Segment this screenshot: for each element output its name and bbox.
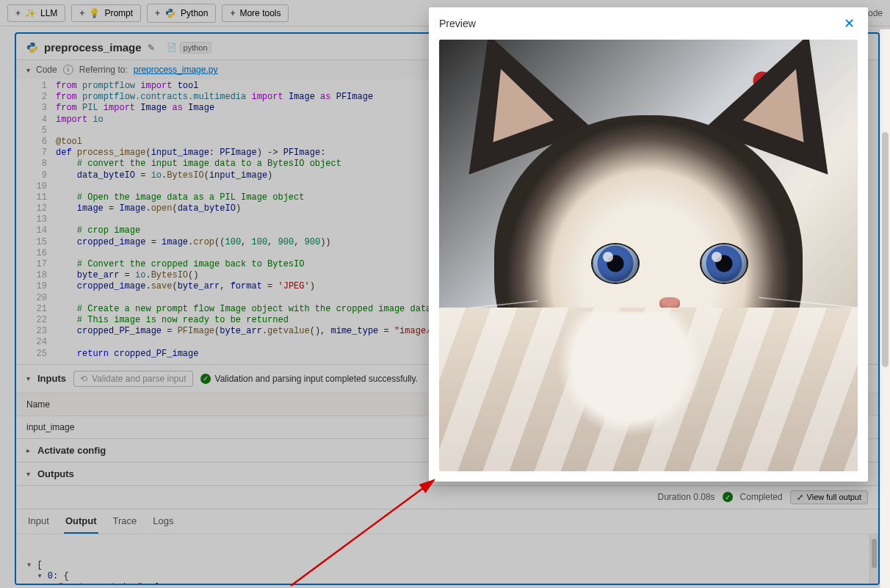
preview-image: [439, 40, 858, 471]
page-scrollbar[interactable]: [880, 29, 890, 588]
close-icon[interactable]: ✕: [840, 15, 858, 32]
modal-title: Preview: [439, 18, 476, 29]
modal-body: [429, 40, 868, 482]
modal-header: Preview ✕: [429, 7, 868, 40]
preview-modal: Preview ✕: [429, 7, 868, 482]
